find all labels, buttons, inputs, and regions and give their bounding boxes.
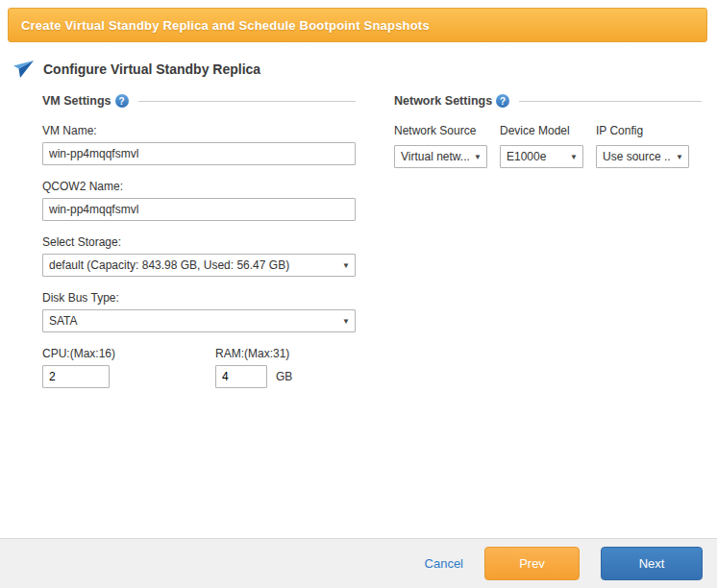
dialog-title: Create Virtual Standby Replica and Sched… [21, 18, 430, 33]
ram-field: RAM:(Max:31) GB [215, 347, 292, 388]
chevron-down-icon: ▼ [469, 153, 486, 161]
cancel-button[interactable]: Cancel [425, 556, 463, 571]
cpu-field: CPU:(Max:16) [42, 347, 215, 388]
section-title: Configure Virtual Standby Replica [43, 61, 260, 77]
ram-label: RAM:(Max:31) [215, 347, 292, 360]
cpu-label: CPU:(Max:16) [42, 347, 215, 360]
storage-select[interactable]: default (Capacity: 843.98 GB, Used: 56.4… [42, 254, 356, 277]
vm-settings-header: VM Settings ? [42, 92, 356, 110]
ip-config-select-value: Use source ... [597, 150, 671, 163]
device-model-select[interactable]: E1000e ▼ [500, 145, 583, 168]
vm-name-label: VM Name: [42, 124, 356, 137]
network-settings-help-icon[interactable]: ? [496, 94, 509, 108]
storage-label: Select Storage: [42, 235, 356, 249]
chevron-down-icon: ▼ [671, 153, 688, 161]
disk-bus-field: Disk Bus Type: SATA ▼ [42, 291, 356, 332]
network-selects-row: Network Source Virtual netw... ▼ Device … [394, 124, 702, 168]
network-settings-rule [519, 101, 702, 102]
ram-input[interactable] [215, 365, 267, 388]
dialog-title-bar: Create Virtual Standby Replica and Sched… [8, 8, 707, 42]
network-source-select-value: Virtual netw... [395, 150, 469, 163]
storage-field: Select Storage: default (Capacity: 843.9… [42, 235, 356, 277]
network-settings-title: Network Settings [394, 94, 492, 108]
network-settings-header: Network Settings ? [394, 92, 702, 110]
vm-settings-title: VM Settings [42, 94, 111, 108]
vm-settings-column: VM Settings ? VM Name: QCOW2 Name: Selec… [42, 92, 356, 388]
chevron-down-icon: ▼ [337, 261, 355, 270]
network-source-label: Network Source [394, 124, 487, 137]
disk-bus-select-value: SATA [43, 314, 337, 328]
ip-config-select[interactable]: Use source ... ▼ [596, 145, 689, 168]
chevron-down-icon: ▼ [565, 153, 582, 161]
device-model-select-value: E1000e [501, 150, 565, 163]
cpu-input[interactable] [42, 365, 110, 388]
ram-unit-label: GB [276, 370, 292, 383]
vm-settings-help-icon[interactable]: ? [115, 94, 129, 108]
qcow2-name-field: QCOW2 Name: [42, 180, 356, 221]
ip-config-field: IP Config Use source ... ▼ [596, 124, 689, 168]
form-columns: VM Settings ? VM Name: QCOW2 Name: Selec… [42, 92, 702, 388]
vm-name-field: VM Name: [42, 124, 356, 165]
qcow2-name-input[interactable] [42, 198, 356, 221]
next-button[interactable]: Next [601, 547, 703, 580]
ip-config-label: IP Config [596, 124, 689, 137]
prev-button[interactable]: Prev [484, 547, 580, 580]
device-model-label: Device Model [500, 124, 583, 137]
footer-action-bar: Cancel Prev Next [0, 538, 717, 588]
vm-settings-rule [138, 101, 356, 102]
cpu-ram-row: CPU:(Max:16) RAM:(Max:31) GB [42, 347, 356, 388]
network-source-field: Network Source Virtual netw... ▼ [394, 124, 487, 168]
storage-select-value: default (Capacity: 843.98 GB, Used: 56.4… [43, 258, 337, 272]
network-settings-column: Network Settings ? Network Source Virtua… [394, 92, 702, 388]
section-header: Configure Virtual Standby Replica [13, 60, 260, 79]
qcow2-name-label: QCOW2 Name: [42, 180, 356, 193]
blue-arrow-icon [13, 60, 35, 79]
vm-name-input[interactable] [42, 142, 356, 165]
network-source-select[interactable]: Virtual netw... ▼ [394, 145, 487, 168]
device-model-field: Device Model E1000e ▼ [500, 124, 583, 168]
chevron-down-icon: ▼ [337, 317, 355, 326]
disk-bus-select[interactable]: SATA ▼ [42, 309, 356, 332]
disk-bus-label: Disk Bus Type: [42, 291, 356, 305]
